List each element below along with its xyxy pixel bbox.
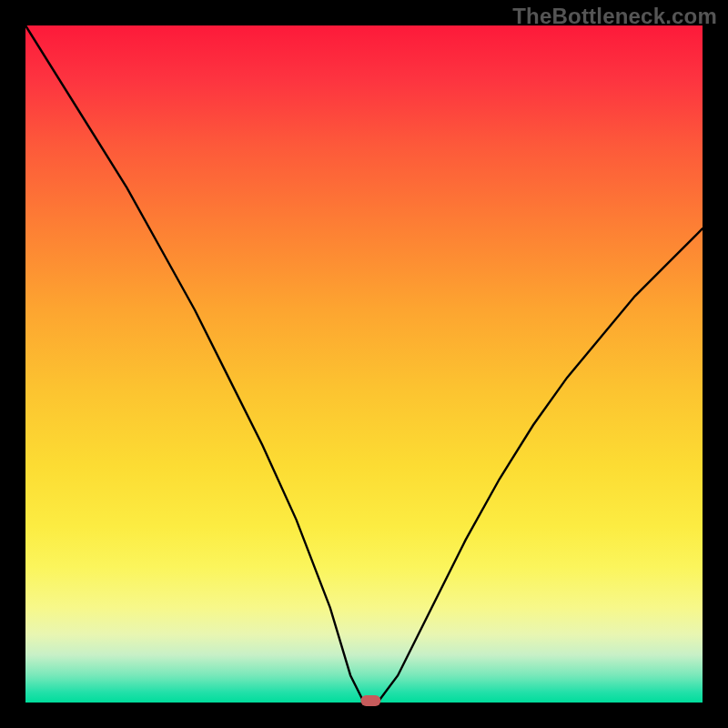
chart-frame: TheBottleneck.com (0, 0, 728, 728)
minimum-marker (360, 695, 380, 706)
curve-svg (25, 25, 703, 703)
plot-area (25, 25, 703, 703)
watermark-text: TheBottleneck.com (512, 4, 717, 29)
bottleneck-curve-right (364, 228, 703, 703)
bottleneck-curve-left (25, 25, 378, 703)
